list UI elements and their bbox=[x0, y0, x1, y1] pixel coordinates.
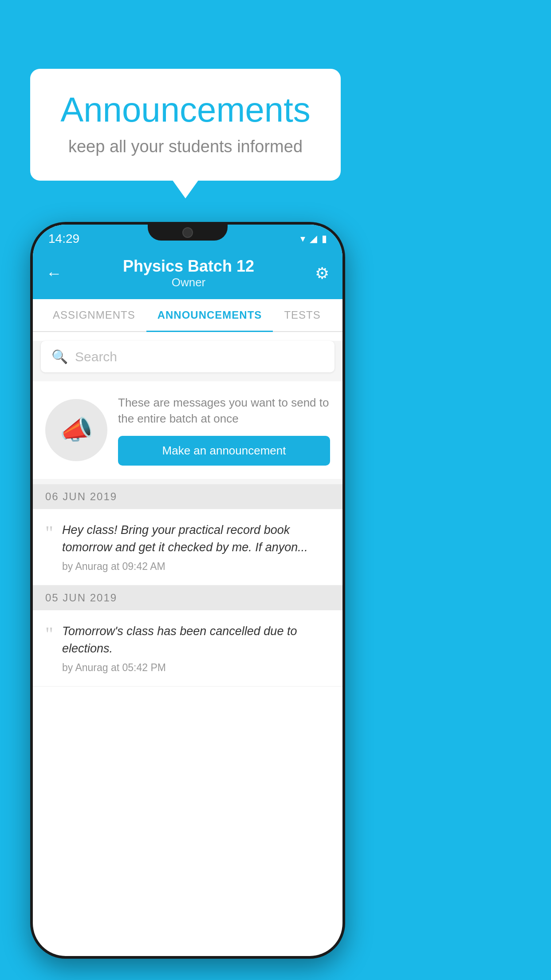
announcement-text-2: Tomorrow's class has been cancelled due … bbox=[62, 623, 330, 657]
status-time: 14:29 bbox=[48, 232, 79, 246]
date-label-2: 05 JUN 2019 bbox=[45, 592, 117, 604]
back-button[interactable]: ← bbox=[46, 264, 62, 283]
search-input[interactable]: Search bbox=[75, 349, 117, 364]
tab-assignments[interactable]: ASSIGNMENTS bbox=[42, 299, 146, 331]
announcement-meta-2: by Anurag at 05:42 PM bbox=[62, 662, 330, 674]
date-separator-1: 06 JUN 2019 bbox=[33, 484, 342, 509]
camera bbox=[182, 227, 193, 238]
prompt-description: These are messages you want to send to t… bbox=[118, 395, 330, 427]
bubble-subtitle: keep all your students informed bbox=[57, 137, 314, 156]
date-label-1: 06 JUN 2019 bbox=[45, 490, 117, 503]
header-center: Physics Batch 12 Owner bbox=[123, 257, 254, 289]
make-announcement-button[interactable]: Make an announcement bbox=[118, 436, 330, 466]
announcement-content-2: Tomorrow's class has been cancelled due … bbox=[62, 623, 330, 674]
phone-frame: 14:29 ▾ ◢ ▮ ← Physics Batch 12 Owner ⚙ A… bbox=[30, 222, 345, 959]
speech-bubble-container: Announcements keep all your students inf… bbox=[30, 69, 341, 181]
wifi-icon: ▾ bbox=[300, 233, 305, 245]
quote-icon-1: " bbox=[45, 523, 53, 543]
tabs-bar: ASSIGNMENTS ANNOUNCEMENTS TESTS bbox=[33, 299, 342, 332]
announcement-meta-1: by Anurag at 09:42 AM bbox=[62, 561, 330, 573]
search-icon: 🔍 bbox=[51, 349, 68, 364]
announcement-text-1: Hey class! Bring your practical record b… bbox=[62, 522, 330, 556]
signal-icon: ◢ bbox=[310, 233, 317, 245]
phone-screen: 14:29 ▾ ◢ ▮ ← Physics Batch 12 Owner ⚙ A… bbox=[33, 225, 342, 956]
search-bar[interactable]: 🔍 Search bbox=[41, 341, 335, 372]
speech-bubble: Announcements keep all your students inf… bbox=[30, 69, 341, 181]
app-header: ← Physics Batch 12 Owner ⚙ bbox=[33, 249, 342, 299]
announcement-content-1: Hey class! Bring your practical record b… bbox=[62, 522, 330, 573]
settings-icon[interactable]: ⚙ bbox=[315, 264, 329, 283]
prompt-right: These are messages you want to send to t… bbox=[118, 395, 330, 466]
megaphone-icon: 📣 bbox=[60, 414, 93, 446]
tab-announcements[interactable]: ANNOUNCEMENTS bbox=[146, 299, 273, 331]
announcement-item-1[interactable]: " Hey class! Bring your practical record… bbox=[33, 509, 342, 585]
battery-icon: ▮ bbox=[322, 233, 327, 245]
announcement-item-2[interactable]: " Tomorrow's class has been cancelled du… bbox=[33, 610, 342, 687]
batch-role: Owner bbox=[123, 276, 254, 289]
bubble-title: Announcements bbox=[57, 91, 314, 129]
status-icons: ▾ ◢ ▮ bbox=[300, 233, 327, 245]
megaphone-circle: 📣 bbox=[45, 399, 107, 461]
quote-icon-2: " bbox=[45, 624, 53, 644]
tab-tests[interactable]: TESTS bbox=[273, 299, 331, 331]
announcement-prompt: 📣 These are messages you want to send to… bbox=[33, 381, 342, 479]
date-separator-2: 05 JUN 2019 bbox=[33, 585, 342, 610]
content-area: 🔍 Search 📣 These are messages you want t… bbox=[33, 341, 342, 687]
batch-title: Physics Batch 12 bbox=[123, 257, 254, 276]
phone-notch bbox=[148, 222, 228, 241]
